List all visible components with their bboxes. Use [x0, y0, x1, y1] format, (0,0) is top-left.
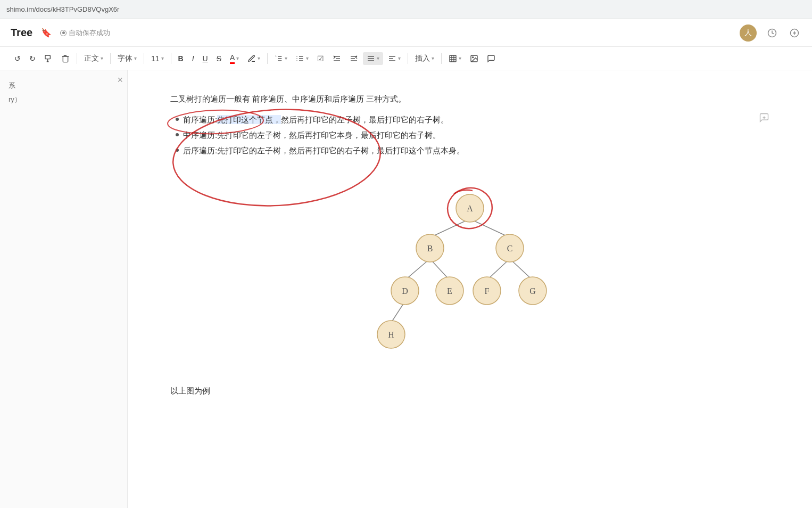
indent-left-button[interactable]	[329, 52, 345, 65]
preorder-item: 前序遍历:先打印这个节点，然后再打印它的左子树，最后打印它的右子树。	[176, 112, 769, 127]
browser-url: shimo.im/docs/kH3TPvGD8VQvgX6r	[6, 5, 119, 13]
history-button[interactable]	[765, 26, 779, 40]
table-button[interactable]: ▾	[445, 52, 465, 65]
postorder-label: 后序遍历:	[183, 146, 217, 155]
separator-1	[77, 53, 77, 64]
edge-C-G	[510, 259, 533, 280]
postorder-bullet	[176, 149, 179, 152]
sidebar-close-button[interactable]: ×	[117, 75, 123, 86]
bold-button[interactable]: B	[175, 52, 187, 65]
strikethrough-button[interactable]: S	[213, 52, 225, 65]
separator-2	[110, 53, 111, 64]
preorder-highlighted: 先打印这个节点，	[217, 115, 281, 124]
insert-button[interactable]: 插入 ▾	[411, 52, 438, 65]
postorder-text: 后序遍历:先打印它的左子树，然后再打印它的右子树，最后打印这个节点本身。	[183, 143, 465, 158]
autosave-dot-icon	[60, 30, 67, 36]
separator-3	[144, 53, 144, 64]
more-button[interactable]	[788, 26, 801, 40]
node-F-label: F	[485, 286, 490, 296]
top-toolbar: Tree 🔖 自动保存成功 人	[0, 19, 812, 47]
svg-text:1.: 1.	[276, 54, 277, 57]
svg-point-15	[297, 58, 297, 59]
sidebar-item-2[interactable]: ry）	[9, 93, 119, 106]
sidebar-item-1[interactable]: 系	[9, 79, 119, 93]
tree-diagram: A B C D E F	[170, 174, 769, 367]
sidebar: × 系 ry）	[0, 70, 128, 508]
image-button[interactable]	[466, 52, 482, 65]
italic-button[interactable]: I	[188, 52, 198, 65]
edge-B-D	[405, 259, 430, 280]
ordered-list-button[interactable]: 1. ▾	[271, 52, 291, 65]
inorder-text: 中序遍历:先打印它的左子树，然后再打印它本身，最后打印它的右子树。	[183, 128, 441, 142]
bookmark-button[interactable]: 🔖	[39, 26, 54, 40]
format-toolbar: ↺ ↻ 正文 ▾ 字体 ▾ 11 ▾ B I U S A ▾ ▾	[0, 47, 812, 70]
tree-wrapper: A B C D E F	[369, 174, 571, 367]
traversal-list: 前序遍历:先打印这个节点，然后再打印它的左子树，最后打印它的右子树。 中序遍历:…	[170, 112, 769, 158]
inorder-item: 中序遍历:先打印它的左子树，然后再打印它本身，最后打印它的右子树。	[176, 128, 769, 142]
node-H-label: H	[388, 330, 394, 339]
font-color-button[interactable]: A ▾	[226, 51, 243, 66]
separator-6	[408, 53, 408, 64]
top-right-icons: 人	[740, 24, 801, 42]
svg-point-14	[297, 56, 297, 56]
separator-5	[267, 53, 268, 64]
intro-paragraph: 二叉树打的遍历一般有 前序遍历、中序遍历和后序遍历 三种方式。	[170, 92, 769, 106]
line-spacing-button[interactable]: ▾	[384, 52, 404, 65]
main-layout: × 系 ry） 二叉树打的遍历一般有 前序遍历、中序遍历和后序遍历 三种方式。	[0, 70, 812, 508]
doc-title: Tree	[11, 27, 32, 39]
autosave-indicator: 自动保存成功	[60, 28, 110, 38]
autosave-text: 自动保存成功	[69, 28, 110, 38]
svg-point-16	[297, 60, 297, 61]
svg-rect-4	[45, 55, 50, 59]
preorder-bullet	[176, 118, 179, 121]
user-avatar[interactable]: 人	[740, 24, 757, 42]
inorder-bullet	[176, 133, 179, 136]
node-E-label: E	[447, 286, 452, 296]
font-size-button[interactable]: 11 ▾	[147, 52, 168, 65]
svg-point-35	[473, 56, 474, 58]
node-B-label: B	[427, 244, 433, 253]
text-style-button[interactable]: 正文 ▾	[80, 52, 107, 65]
separator-4	[171, 53, 171, 64]
align-button[interactable]: ▾	[363, 52, 383, 65]
node-G-label: G	[529, 286, 536, 296]
svg-rect-29	[450, 55, 456, 62]
annotation-region: 前序遍历:先打印这个节点，然后再打印它的左子树，最后打印它的右子树。 中序遍历:…	[170, 112, 769, 158]
underline-button[interactable]: U	[199, 52, 212, 65]
unordered-list-button[interactable]: ▾	[292, 52, 312, 65]
separator-7	[441, 53, 442, 64]
doc-area[interactable]: 二叉树打的遍历一般有 前序遍历、中序遍历和后序遍历 三种方式。 前序遍历:先打印…	[128, 70, 812, 508]
tree-svg: A B C D E F	[369, 174, 571, 365]
undo-button[interactable]: ↺	[11, 52, 24, 65]
highlight-button[interactable]: ▾	[244, 52, 264, 65]
redo-button[interactable]: ↻	[26, 52, 39, 65]
inorder-label: 中序遍历:	[183, 130, 217, 140]
checkbox-button[interactable]: ☑	[313, 52, 328, 65]
footer-text: 以上图为例	[170, 383, 769, 398]
postorder-item: 后序遍历:先打印它的左子树，然后再打印它的右子树，最后打印这个节点本身。	[176, 143, 769, 158]
preorder-label: 前序遍历:	[183, 115, 217, 124]
font-button[interactable]: 字体 ▾	[114, 52, 140, 65]
indent-right-button[interactable]	[346, 52, 362, 65]
format-painter-button[interactable]	[40, 52, 56, 65]
preorder-text: 前序遍历:先打印这个节点，然后再打印它的左子树，最后打印它的右子树。	[183, 112, 449, 127]
sidebar-content: 系 ry）	[0, 70, 127, 115]
browser-bar: shimo.im/docs/kH3TPvGD8VQvgX6r	[0, 0, 812, 19]
node-A-label: A	[467, 204, 473, 213]
node-D-label: D	[402, 286, 408, 296]
node-C-label: C	[507, 244, 513, 253]
edge-C-F	[487, 259, 510, 280]
comment-button[interactable]	[483, 52, 499, 65]
clear-format-button[interactable]	[57, 52, 73, 65]
annotation-button[interactable]	[759, 112, 769, 126]
